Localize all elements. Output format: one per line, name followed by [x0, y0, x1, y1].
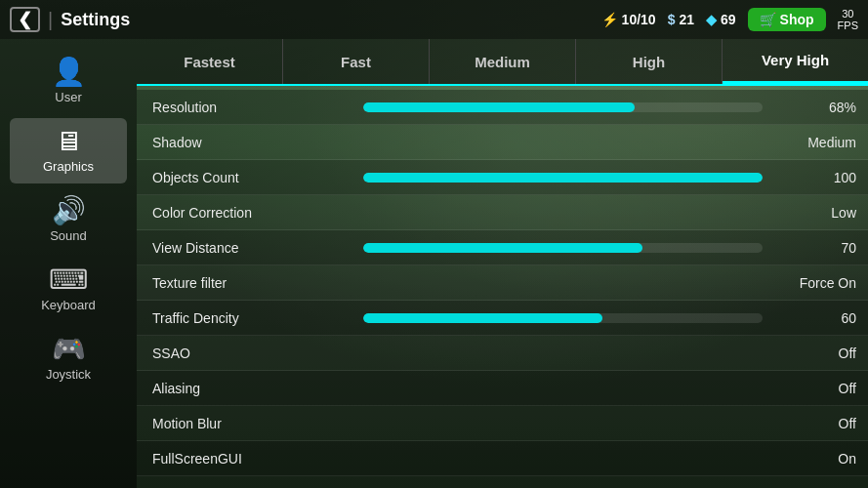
quality-tab-very-high[interactable]: Very High — [723, 39, 868, 84]
shop-icon: 🛒 — [760, 12, 776, 27]
setting-name: FullScreenGUI — [152, 451, 348, 467]
shop-button[interactable]: 🛒 Shop — [748, 8, 826, 31]
quality-tabs: FastestFastMediumHighVery High — [137, 39, 868, 86]
top-bar: ❮ | Settings ⚡ 10/10 $ 21 ◆ 69 🛒 Shop 30… — [0, 0, 868, 39]
setting-value: Force On — [778, 275, 856, 291]
setting-name: SSAO — [152, 346, 348, 361]
setting-name: Objects Count — [152, 170, 348, 185]
quality-tab-medium[interactable]: Medium — [430, 39, 576, 84]
diamond-icon: ◆ — [706, 12, 717, 27]
setting-name: Traffic Dencity — [152, 310, 348, 326]
setting-value: 70 — [778, 240, 856, 256]
setting-value: 60 — [778, 310, 856, 326]
energy-value: 10/10 — [622, 12, 656, 27]
setting-row-animation[interactable]: Animation Normal — [137, 476, 868, 488]
fps-label: FPS — [838, 20, 858, 31]
setting-row-texture-filter[interactable]: Texture filter Force On — [137, 265, 868, 301]
sidebar-label-sound: Sound — [50, 228, 87, 243]
setting-value: Medium — [778, 135, 856, 150]
back-button[interactable]: ❮ — [10, 7, 40, 32]
diamond-value: 69 — [721, 12, 736, 27]
sidebar: 👤 User 🖥 Graphics 🔊 Sound ⌨ Keyboard 🎮 J… — [0, 39, 137, 488]
setting-name: Resolution — [152, 100, 348, 115]
setting-name: Color Correction — [152, 205, 348, 221]
setting-row-shadow[interactable]: Shadow Medium — [137, 125, 868, 160]
top-stats: ⚡ 10/10 $ 21 ◆ 69 🛒 Shop 30 FPS — [601, 8, 858, 31]
setting-bar-container — [363, 102, 763, 112]
setting-value: Off — [778, 346, 856, 361]
sidebar-label-joystick: Joystick — [46, 367, 91, 382]
sidebar-label-user: User — [55, 90, 81, 104]
setting-name: Motion Blur — [152, 416, 348, 431]
quality-tab-high[interactable]: High — [576, 39, 723, 84]
setting-bar — [363, 173, 763, 183]
setting-row-fullscreengui[interactable]: FullScreenGUI On — [137, 441, 868, 476]
setting-bar-container — [363, 313, 763, 323]
sidebar-item-sound[interactable]: 🔊 Sound — [10, 187, 127, 253]
setting-bar-container — [363, 173, 763, 183]
setting-row-view-distance[interactable]: View Distance 70 — [137, 230, 868, 265]
energy-stat: ⚡ 10/10 — [601, 12, 656, 27]
shop-label: Shop — [780, 12, 814, 27]
setting-name: Shadow — [152, 135, 348, 150]
quality-tab-fast[interactable]: Fast — [283, 39, 430, 84]
setting-row-color-correction[interactable]: Color Correction Low — [137, 195, 868, 230]
settings-panel: Resolution 68% Shadow Medium Objects Cou… — [137, 86, 868, 488]
setting-bar — [363, 243, 642, 253]
sidebar-item-keyboard[interactable]: ⌨ Keyboard — [10, 257, 127, 322]
dollar-icon: $ — [668, 12, 676, 27]
setting-row-resolution[interactable]: Resolution 68% — [137, 90, 868, 125]
setting-name: View Distance — [152, 240, 348, 256]
setting-value: Off — [778, 416, 856, 431]
sidebar-label-graphics: Graphics — [43, 159, 94, 174]
sidebar-item-joystick[interactable]: 🎮 Joystick — [10, 326, 127, 391]
sidebar-item-graphics[interactable]: 🖥 Graphics — [10, 118, 127, 183]
setting-row-objects-count[interactable]: Objects Count 100 — [137, 160, 868, 195]
graphics-icon: 🖥 — [55, 128, 82, 155]
dollar-stat: $ 21 — [668, 12, 694, 27]
setting-value: On — [778, 451, 856, 467]
setting-bar-container — [363, 243, 763, 253]
dollar-value: 21 — [679, 12, 694, 27]
keyboard-icon: ⌨ — [49, 266, 88, 294]
setting-bar — [363, 102, 635, 112]
setting-value: 100 — [778, 170, 856, 185]
setting-value: Off — [778, 381, 856, 396]
setting-name: Aliasing — [152, 381, 348, 396]
sidebar-item-user[interactable]: 👤 User — [10, 49, 127, 114]
setting-name: Texture filter — [152, 275, 348, 291]
joystick-icon: 🎮 — [52, 336, 86, 363]
user-icon: 👤 — [52, 59, 86, 86]
sound-icon: 🔊 — [52, 197, 86, 224]
bolt-icon: ⚡ — [601, 12, 618, 27]
separator: | — [48, 9, 53, 31]
setting-row-traffic-dencity[interactable]: Traffic Dencity 60 — [137, 301, 868, 336]
diamond-stat: ◆ 69 — [706, 12, 736, 27]
setting-row-motion-blur[interactable]: Motion Blur Off — [137, 406, 868, 441]
setting-value: 68% — [778, 100, 856, 115]
setting-row-ssao[interactable]: SSAO Off — [137, 336, 868, 371]
setting-bar — [363, 313, 602, 323]
setting-value: Low — [778, 205, 856, 221]
quality-tab-fastest[interactable]: Fastest — [137, 39, 283, 84]
fps-value: 30 — [838, 8, 858, 20]
page-title: Settings — [61, 10, 593, 30]
fps-display: 30 FPS — [838, 8, 858, 31]
sidebar-label-keyboard: Keyboard — [41, 298, 96, 312]
setting-row-aliasing[interactable]: Aliasing Off — [137, 371, 868, 406]
